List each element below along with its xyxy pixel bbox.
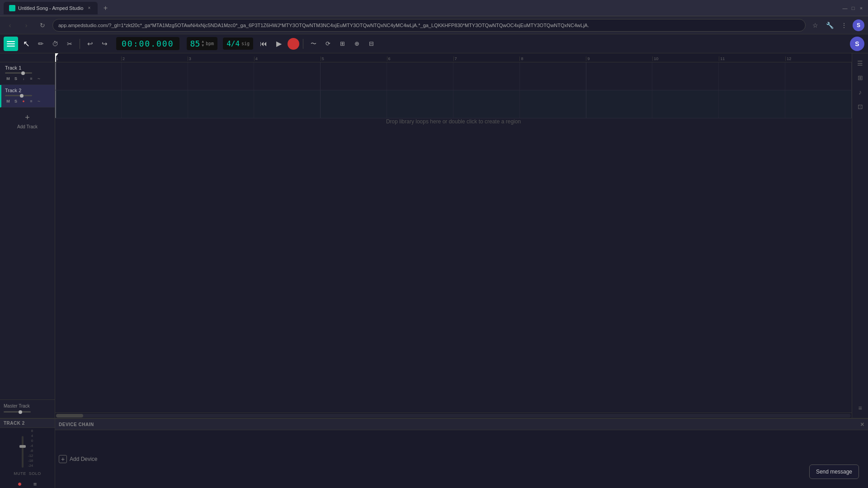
add-track-plus-icon: + <box>25 113 30 122</box>
clock-tool-button[interactable]: ⏱ <box>49 38 61 50</box>
timeline-ruler[interactable]: 1 2 3 4 5 6 7 8 9 10 11 12 <box>55 53 852 62</box>
track-item-1[interactable]: Track 1 M S ↓ ≡ ~ <box>0 62 55 85</box>
tab-close-button[interactable]: × <box>86 5 92 11</box>
maximize-button[interactable]: □ <box>850 5 856 11</box>
toolbar-separator <box>80 39 80 49</box>
settings-button[interactable]: ⊟ <box>365 38 377 50</box>
pencil-tool-button[interactable]: ✏ <box>34 38 47 50</box>
active-tab[interactable]: Untitled Song - Amped Studio × <box>4 2 98 14</box>
track-1-arm[interactable]: ↓ <box>20 75 27 82</box>
close-button[interactable]: × <box>858 5 864 11</box>
track-1-volume <box>5 72 51 74</box>
track-2-arm[interactable]: ● <box>20 98 27 104</box>
lane-cell <box>586 90 653 118</box>
track-1-wave[interactable]: ~ <box>36 75 42 82</box>
sidebar-plugin-icon[interactable]: ⊡ <box>854 100 867 113</box>
track-1-solo[interactable]: S <box>13 75 19 82</box>
bottom-midi-button[interactable]: ≡ <box>29 478 42 488</box>
master-volume-thumb <box>19 410 22 414</box>
bpm-arrows[interactable]: ▲ ▼ <box>202 40 204 47</box>
mute-label[interactable]: MUTE <box>14 471 26 476</box>
profile-avatar[interactable]: S <box>853 19 864 31</box>
rewind-button[interactable]: ⏮ <box>257 37 270 51</box>
lane-cell <box>122 90 188 118</box>
device-chain-close-button[interactable]: × <box>860 421 864 428</box>
empty-arrange-area[interactable]: Drop library loops here or double click … <box>55 118 852 125</box>
new-tab-button[interactable]: + <box>99 2 111 14</box>
time-signature-display[interactable]: 4/4 sig <box>223 38 253 50</box>
drop-hint-text: Drop library loops here or double click … <box>386 118 521 125</box>
user-profile-button[interactable]: S <box>850 37 864 51</box>
menu-button[interactable] <box>4 37 18 51</box>
scissors-tool-button[interactable]: ✂ <box>63 38 76 50</box>
lane-cell <box>188 62 255 90</box>
track-2-volume <box>5 95 51 96</box>
bottom-track-name: TRACK 2 <box>0 419 55 428</box>
track-2-volume-slider[interactable] <box>5 95 32 96</box>
track-1-midi[interactable]: ≡ <box>28 75 34 82</box>
redo-button[interactable]: ↪ <box>98 38 111 50</box>
track-1-volume-slider[interactable] <box>5 72 32 74</box>
bpm-down[interactable]: ▼ <box>202 44 204 47</box>
bpm-up[interactable]: ▲ <box>202 40 204 43</box>
metronome-button[interactable]: 〜 <box>307 38 320 50</box>
track-item-2[interactable]: Track 2 M S ● ≡ ~ <box>0 85 55 108</box>
add-device-label: Add Device <box>70 456 97 462</box>
reload-button[interactable]: ↻ <box>36 19 49 32</box>
fader-container <box>22 436 24 468</box>
lane-cell <box>719 90 785 118</box>
record-button[interactable] <box>288 38 299 50</box>
track-2-solo[interactable]: S <box>13 98 19 104</box>
lane-cell <box>520 90 586 118</box>
main-area: Track 1 M S ↓ ≡ ~ Track 2 <box>0 53 868 418</box>
track-1-playhead <box>55 62 56 90</box>
sidebar-music-icon[interactable]: ♪ <box>854 86 867 99</box>
track-1-lane[interactable] <box>55 62 852 90</box>
ruler-mark-8: 8 <box>519 56 586 61</box>
playhead <box>55 53 56 62</box>
lane-cell <box>719 62 785 90</box>
bpm-display[interactable]: 85 ▲ ▼ bpm <box>187 37 218 50</box>
bottom-record-button[interactable]: ● <box>14 478 26 488</box>
browser-chrome: Untitled Song - Amped Studio × + — □ × <box>0 0 868 16</box>
undo-button[interactable]: ↩ <box>84 38 96 50</box>
bookmark-icon[interactable]: ☆ <box>809 19 821 31</box>
bottom-panel: TRACK 2 8 4 0 -4 -8 -12 -1 <box>0 418 868 488</box>
extension-icon[interactable]: 🔧 <box>824 19 835 31</box>
sidebar-grid-icon[interactable]: ⊞ <box>854 71 867 84</box>
sidebar-mixer-icon[interactable]: ≡ <box>854 402 867 414</box>
bottom-mixer-buttons: ● ≡ <box>14 478 42 488</box>
scrollbar-track[interactable] <box>56 414 851 418</box>
snap-button[interactable]: ⊞ <box>336 38 349 50</box>
add-track-button[interactable]: + Add Track <box>0 108 55 135</box>
track-header-spacer <box>0 53 55 62</box>
track-1-mute[interactable]: M <box>5 75 11 82</box>
address-input[interactable]: app.ampedstudio.com/?_gl=1*zkt20c*_ga*MT… <box>52 19 806 32</box>
add-device-button[interactable]: + Add Device <box>59 455 97 463</box>
master-volume-slider[interactable] <box>4 411 31 413</box>
device-chain-panel: DEVICE CHAIN × + Add Device <box>55 419 868 488</box>
loop-button[interactable]: ⟳ <box>321 38 334 50</box>
play-button[interactable]: ▶ <box>272 37 286 51</box>
more-icon[interactable]: ⋮ <box>838 19 850 31</box>
send-message-button[interactable]: Send message <box>809 465 859 479</box>
forward-button[interactable]: › <box>20 19 33 32</box>
scrollbar-thumb[interactable] <box>56 414 83 418</box>
track-2-midi[interactable]: ≡ <box>28 98 34 104</box>
cursor-tool-button[interactable]: ↖ <box>20 38 33 50</box>
minimize-button[interactable]: — <box>842 5 848 11</box>
track-2-lane[interactable] <box>55 90 852 118</box>
back-button[interactable]: ‹ <box>4 19 16 32</box>
ruler-mark-3: 3 <box>188 56 254 61</box>
add-device-plus-icon: + <box>59 455 67 463</box>
quantize-button[interactable]: ⊕ <box>350 38 363 50</box>
track-2-wave[interactable]: ~ <box>36 98 42 104</box>
volume-fader[interactable] <box>22 436 24 468</box>
sidebar-browse-icon[interactable]: ☰ <box>854 57 867 70</box>
track-2-name: Track 2 <box>5 88 51 93</box>
horizontal-scrollbar[interactable] <box>55 413 852 418</box>
send-message-label: Send message <box>816 469 852 475</box>
lane-cell <box>586 62 653 90</box>
solo-label[interactable]: SOLO <box>29 471 41 476</box>
track-2-mute[interactable]: M <box>5 98 11 104</box>
